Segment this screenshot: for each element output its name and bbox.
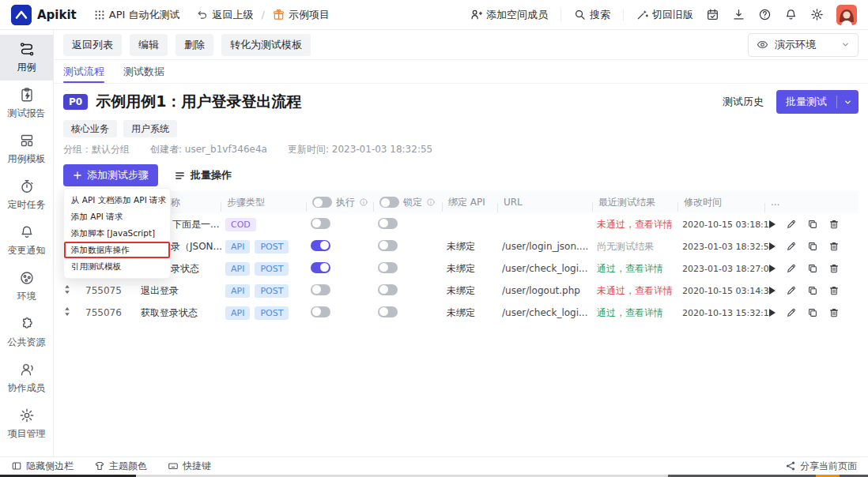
breadcrumb-project[interactable]: 示例项目 [273,8,330,22]
batch-operations-button[interactable]: 批量操作 [174,168,232,182]
lock-toggle[interactable] [378,306,398,317]
menu-item-0[interactable]: 从 API 文档添加 API 请求 [64,192,170,208]
result-link[interactable]: 未通过，查看详情 [597,218,682,231]
menu-item-2[interactable]: 添加脚本 [JavaScript] [64,225,170,242]
help-icon[interactable] [758,8,772,21]
copy-step-button[interactable] [807,285,818,296]
exec-toggle[interactable] [311,284,330,295]
search-button[interactable]: 搜索 [574,8,610,22]
result-link[interactable]: 通过，查看详情 [597,306,682,320]
drag-handle-cell[interactable] [63,306,85,319]
batch-test-button[interactable]: 批量测试 [776,90,859,114]
edit-step-button[interactable] [786,285,797,296]
sidebar-item-2[interactable]: 用例模板 [0,126,53,172]
delete-step-button[interactable] [828,219,840,230]
sidebar-item-7[interactable]: 协作成员 [0,355,53,401]
lock-toggle[interactable] [378,284,398,295]
test-history-link[interactable]: 测试历史 [723,95,764,109]
result-link[interactable]: 通过，查看详情 [597,262,682,276]
delete-step-button[interactable] [828,285,840,296]
menu-item-3[interactable]: 添加数据库操作 [64,242,170,258]
edit-step-button[interactable] [786,263,797,274]
run-step-button[interactable] [769,242,776,250]
delete-icon [828,241,840,252]
lock-toggle[interactable] [378,240,398,251]
eye-icon [757,39,768,51]
case-tabs: 测试流程 测试数据 [54,60,868,84]
edit-icon [786,263,797,274]
exec-toggle[interactable] [311,218,330,229]
avatar[interactable] [836,5,857,25]
shortcut-button[interactable]: 快捷键 [168,460,211,473]
sidebar-icon [11,460,22,471]
edit-step-button[interactable] [786,307,797,318]
run-step-button[interactable] [769,265,776,272]
sidebar-item-8[interactable]: 项目管理 [0,401,53,447]
sidebar-item-3[interactable]: 定时任务 [0,172,53,218]
exec-toggle[interactable] [311,262,330,273]
tab-test-data[interactable]: 测试数据 [123,60,164,83]
header-exec: 执行 [311,196,378,209]
menu-item-4[interactable]: 引用测试模板 [64,258,170,275]
delete-step-button[interactable] [828,307,840,318]
edit-step-button[interactable] [786,241,797,252]
copy-step-button[interactable] [807,241,818,252]
sidebar-item-1[interactable]: 测试报告 [0,81,53,126]
sidebar-item-4[interactable]: 变更通知 [0,218,53,264]
add-step-button[interactable]: 添加测试步骤 [63,164,158,186]
share-page-button[interactable]: 分享当前页面 [785,460,857,473]
add-member-button[interactable]: 添加空间成员 [470,8,548,22]
lock-all-toggle[interactable] [379,197,399,208]
edit-step-button[interactable] [786,219,797,230]
copy-step-button[interactable] [807,219,818,230]
copy-step-button[interactable] [807,307,818,318]
run-step-button[interactable] [769,309,776,317]
sidebar-item-5[interactable]: 环境 [0,264,53,310]
modified-time-cell: 2023-01-03 18:32:55 [682,242,769,252]
bind-api-cell: 未绑定 [447,262,502,276]
sidebar-item-label: 协作成员 [8,381,46,395]
back-list-button[interactable]: 返回列表 [63,34,122,56]
run-step-button[interactable] [769,287,776,295]
hide-sidebar-button[interactable]: 隐藏侧边栏 [11,460,74,473]
header-more[interactable]: ... [769,197,859,208]
search-label: 搜索 [590,8,610,22]
lock-toggle[interactable] [378,218,398,229]
result-link: 尚无测试结果 [597,240,682,254]
app-nav-label: API 自动化测试 [109,8,180,22]
edit-button[interactable]: 编辑 [130,34,168,56]
sidebar-item-0[interactable]: 用例 [0,35,53,81]
calendar-icon[interactable] [706,8,719,21]
sidebar-item-label: 环境 [17,290,36,303]
delete-step-button[interactable] [828,241,840,252]
lock-toggle[interactable] [378,262,398,273]
sidebar-item-6[interactable]: 公共资源 [0,310,53,355]
actions-cell [769,285,859,296]
chevron-down-icon [837,98,859,107]
delete-button[interactable]: 删除 [175,34,213,56]
app-nav-switcher[interactable]: API 自动化测试 [94,8,180,22]
exec-all-toggle[interactable] [312,197,332,208]
environment-select[interactable]: 演示环境 [748,33,859,57]
tab-test-flow[interactable]: 测试流程 [63,60,104,83]
edit-icon [786,307,797,318]
copy-step-button[interactable] [807,263,818,274]
header-divider [623,9,624,21]
drag-handle-cell[interactable] [63,284,85,297]
exec-cell [311,306,378,320]
bell-icon[interactable] [784,8,798,21]
switch-old-version-button[interactable]: 切回旧版 [636,8,693,22]
to-template-button[interactable]: 转化为测试模板 [221,34,311,56]
gear-icon[interactable] [810,8,824,21]
exec-toggle[interactable] [311,240,330,251]
run-step-button[interactable] [769,220,776,228]
step-id-cell: 755075 [85,285,141,296]
result-link[interactable]: 未通过，查看详情 [597,284,682,298]
theme-color-button[interactable]: 主题颜色 [94,460,147,473]
delete-step-button[interactable] [828,263,840,274]
header-url: URL [502,197,597,208]
exec-toggle[interactable] [311,306,330,317]
download-icon[interactable] [732,8,745,21]
menu-item-1[interactable]: 添加 API 请求 [64,208,170,225]
back-up-link[interactable]: 返回上级 [197,8,253,22]
